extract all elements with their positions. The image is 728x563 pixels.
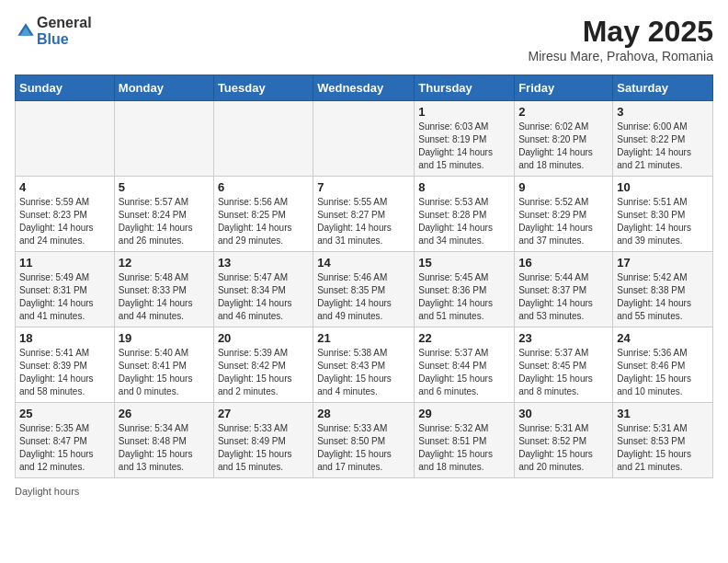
day-detail: Sunrise: 5:57 AM Sunset: 8:24 PM Dayligh…	[119, 196, 210, 247]
day-detail: Sunrise: 5:47 AM Sunset: 8:34 PM Dayligh…	[218, 271, 309, 323]
column-header-sunday: Sunday	[16, 75, 115, 101]
day-number: 10	[617, 180, 709, 194]
day-detail: Sunrise: 5:44 AM Sunset: 8:37 PM Dayligh…	[518, 271, 609, 323]
day-cell: 4Sunrise: 5:59 AM Sunset: 8:23 PM Daylig…	[16, 177, 115, 252]
title-block: May 2025 Miresu Mare, Prahova, Romania	[528, 15, 713, 63]
day-cell	[313, 101, 415, 177]
day-number: 23	[518, 331, 609, 345]
day-number: 15	[418, 256, 510, 270]
day-detail: Sunrise: 5:55 AM Sunset: 8:27 PM Dayligh…	[317, 196, 410, 247]
column-header-monday: Monday	[114, 75, 213, 101]
subtitle: Miresu Mare, Prahova, Romania	[528, 49, 713, 63]
day-number: 2	[518, 105, 609, 119]
day-cell: 28Sunrise: 5:33 AM Sunset: 8:50 PM Dayli…	[313, 403, 415, 478]
day-number: 3	[617, 105, 709, 119]
day-number: 30	[518, 407, 609, 420]
day-detail: Sunrise: 5:59 AM Sunset: 8:23 PM Dayligh…	[19, 196, 110, 247]
week-row-1: 1Sunrise: 6:03 AM Sunset: 8:19 PM Daylig…	[16, 101, 713, 177]
day-number: 17	[617, 256, 709, 270]
page-header: General Blue May 2025 Miresu Mare, Praho…	[15, 15, 713, 63]
day-cell: 8Sunrise: 5:53 AM Sunset: 8:28 PM Daylig…	[415, 177, 515, 252]
day-detail: Sunrise: 5:35 AM Sunset: 8:47 PM Dayligh…	[19, 422, 110, 474]
day-number: 31	[617, 407, 709, 420]
day-detail: Sunrise: 5:53 AM Sunset: 8:28 PM Dayligh…	[418, 196, 510, 247]
daylight-label: Daylight hours	[15, 486, 79, 497]
day-cell: 24Sunrise: 5:36 AM Sunset: 8:46 PM Dayli…	[613, 327, 713, 403]
logo-icon	[17, 22, 35, 40]
day-detail: Sunrise: 5:32 AM Sunset: 8:51 PM Dayligh…	[418, 422, 510, 474]
day-cell: 17Sunrise: 5:42 AM Sunset: 8:38 PM Dayli…	[613, 252, 713, 327]
day-cell	[16, 101, 115, 177]
day-detail: Sunrise: 5:49 AM Sunset: 8:31 PM Dayligh…	[19, 271, 110, 323]
day-number: 5	[119, 180, 210, 194]
day-cell: 25Sunrise: 5:35 AM Sunset: 8:47 PM Dayli…	[16, 403, 115, 478]
day-detail: Sunrise: 5:38 AM Sunset: 8:43 PM Dayligh…	[317, 347, 410, 398]
calendar-header: SundayMondayTuesdayWednesdayThursdayFrid…	[16, 75, 713, 101]
day-cell: 26Sunrise: 5:34 AM Sunset: 8:48 PM Dayli…	[114, 403, 213, 478]
week-row-3: 11Sunrise: 5:49 AM Sunset: 8:31 PM Dayli…	[16, 252, 713, 327]
day-number: 12	[119, 256, 210, 270]
day-number: 25	[19, 407, 110, 420]
day-detail: Sunrise: 5:33 AM Sunset: 8:50 PM Dayligh…	[317, 422, 410, 474]
day-cell: 22Sunrise: 5:37 AM Sunset: 8:44 PM Dayli…	[415, 327, 515, 403]
day-detail: Sunrise: 5:37 AM Sunset: 8:45 PM Dayligh…	[518, 347, 609, 398]
day-cell: 20Sunrise: 5:39 AM Sunset: 8:42 PM Dayli…	[213, 327, 313, 403]
day-number: 21	[317, 331, 410, 345]
column-header-friday: Friday	[515, 75, 613, 101]
day-detail: Sunrise: 5:39 AM Sunset: 8:42 PM Dayligh…	[218, 347, 309, 398]
day-number: 14	[317, 256, 410, 270]
column-header-thursday: Thursday	[415, 75, 515, 101]
day-number: 29	[418, 407, 510, 420]
day-detail: Sunrise: 5:31 AM Sunset: 8:52 PM Dayligh…	[518, 422, 609, 474]
day-cell: 23Sunrise: 5:37 AM Sunset: 8:45 PM Dayli…	[515, 327, 613, 403]
day-detail: Sunrise: 5:51 AM Sunset: 8:30 PM Dayligh…	[617, 196, 709, 247]
column-header-tuesday: Tuesday	[213, 75, 313, 101]
day-number: 24	[617, 331, 709, 345]
day-number: 22	[418, 331, 510, 345]
day-number: 20	[218, 331, 309, 345]
day-detail: Sunrise: 6:02 AM Sunset: 8:20 PM Dayligh…	[518, 121, 609, 172]
day-number: 6	[218, 180, 309, 194]
calendar-table: SundayMondayTuesdayWednesdayThursdayFrid…	[15, 75, 713, 478]
day-detail: Sunrise: 5:36 AM Sunset: 8:46 PM Dayligh…	[617, 347, 709, 398]
logo: General Blue	[15, 15, 92, 48]
day-detail: Sunrise: 5:40 AM Sunset: 8:41 PM Dayligh…	[119, 347, 210, 398]
day-number: 13	[218, 256, 309, 270]
day-cell: 15Sunrise: 5:45 AM Sunset: 8:36 PM Dayli…	[415, 252, 515, 327]
day-detail: Sunrise: 5:56 AM Sunset: 8:25 PM Dayligh…	[218, 196, 309, 247]
main-title: May 2025	[528, 15, 713, 49]
day-cell: 31Sunrise: 5:31 AM Sunset: 8:53 PM Dayli…	[613, 403, 713, 478]
day-number: 9	[518, 180, 609, 194]
day-cell: 7Sunrise: 5:55 AM Sunset: 8:27 PM Daylig…	[313, 177, 415, 252]
day-cell: 9Sunrise: 5:52 AM Sunset: 8:29 PM Daylig…	[515, 177, 613, 252]
day-detail: Sunrise: 5:34 AM Sunset: 8:48 PM Dayligh…	[119, 422, 210, 474]
column-header-wednesday: Wednesday	[313, 75, 415, 101]
day-number: 18	[19, 331, 110, 345]
day-cell: 6Sunrise: 5:56 AM Sunset: 8:25 PM Daylig…	[213, 177, 313, 252]
column-header-saturday: Saturday	[613, 75, 713, 101]
day-detail: Sunrise: 5:52 AM Sunset: 8:29 PM Dayligh…	[518, 196, 609, 247]
day-detail: Sunrise: 5:37 AM Sunset: 8:44 PM Dayligh…	[418, 347, 510, 398]
day-number: 19	[119, 331, 210, 345]
day-cell: 5Sunrise: 5:57 AM Sunset: 8:24 PM Daylig…	[114, 177, 213, 252]
day-cell: 29Sunrise: 5:32 AM Sunset: 8:51 PM Dayli…	[415, 403, 515, 478]
day-number: 26	[119, 407, 210, 420]
day-number: 28	[317, 407, 410, 420]
day-detail: Sunrise: 5:41 AM Sunset: 8:39 PM Dayligh…	[19, 347, 110, 398]
logo-blue: Blue	[37, 31, 69, 47]
day-cell: 21Sunrise: 5:38 AM Sunset: 8:43 PM Dayli…	[313, 327, 415, 403]
week-row-4: 18Sunrise: 5:41 AM Sunset: 8:39 PM Dayli…	[16, 327, 713, 403]
logo-general: General	[37, 15, 92, 30]
day-cell: 12Sunrise: 5:48 AM Sunset: 8:33 PM Dayli…	[114, 252, 213, 327]
day-cell: 11Sunrise: 5:49 AM Sunset: 8:31 PM Dayli…	[16, 252, 115, 327]
footer: Daylight hours	[15, 486, 713, 497]
day-cell: 10Sunrise: 5:51 AM Sunset: 8:30 PM Dayli…	[613, 177, 713, 252]
day-detail: Sunrise: 5:31 AM Sunset: 8:53 PM Dayligh…	[617, 422, 709, 474]
day-cell: 2Sunrise: 6:02 AM Sunset: 8:20 PM Daylig…	[515, 101, 613, 177]
day-cell: 13Sunrise: 5:47 AM Sunset: 8:34 PM Dayli…	[213, 252, 313, 327]
day-number: 27	[218, 407, 309, 420]
day-cell: 3Sunrise: 6:00 AM Sunset: 8:22 PM Daylig…	[613, 101, 713, 177]
day-detail: Sunrise: 5:45 AM Sunset: 8:36 PM Dayligh…	[418, 271, 510, 323]
day-number: 4	[19, 180, 110, 194]
day-detail: Sunrise: 6:03 AM Sunset: 8:19 PM Dayligh…	[418, 121, 510, 172]
